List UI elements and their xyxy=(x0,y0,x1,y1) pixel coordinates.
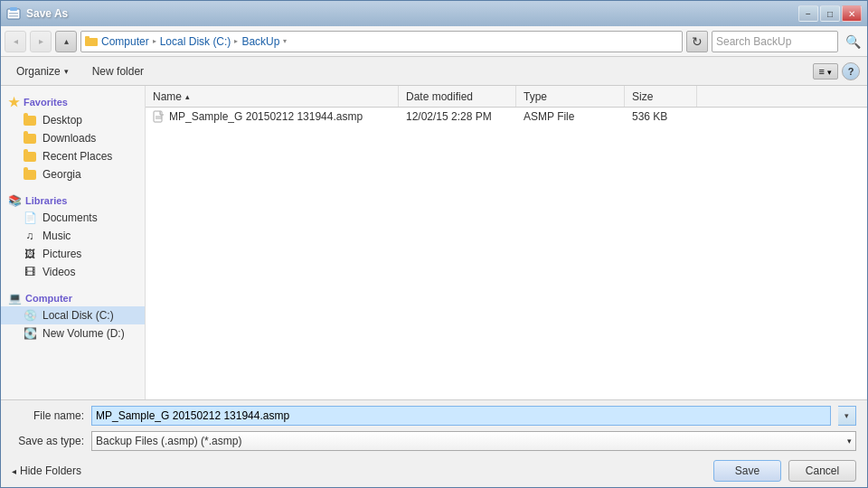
address-bar: ◂ ▸ ▴ Computer ▸ Local Disk (C:) ▸ BackU… xyxy=(1,26,867,57)
svg-rect-4 xyxy=(85,38,98,46)
file-list-pane: Name ▴ Date modified Type Size xyxy=(146,86,867,399)
action-row: ◂ Hide Folders Save Cancel xyxy=(1,456,867,487)
svg-rect-3 xyxy=(9,15,18,17)
desktop-label: Desktop xyxy=(42,114,82,127)
filename-row: File name: ▾ xyxy=(1,400,867,429)
view-arrow: ▾ xyxy=(827,68,832,77)
sidebar-item-new-volume-d[interactable]: 💽 New Volume (D:) xyxy=(1,324,145,343)
savetype-select[interactable]: Backup Files (.asmp) (*.asmp) ▾ xyxy=(91,431,856,451)
file-icon xyxy=(153,110,165,123)
dialog-icon xyxy=(6,6,21,21)
videos-icon: 🎞 xyxy=(23,266,37,278)
svg-rect-2 xyxy=(9,13,18,14)
downloads-icon xyxy=(23,132,37,145)
search-box: Search BackUp xyxy=(712,31,838,52)
organize-label: Organize xyxy=(16,65,61,78)
navigation-pane: ★ Favorites Desktop Downloads Recent Pla… xyxy=(1,86,146,399)
new-volume-d-icon: 💽 xyxy=(23,327,37,340)
favorites-section: ★ Favorites xyxy=(1,89,145,111)
georgia-label: Georgia xyxy=(42,168,81,181)
favorites-label: Favorites xyxy=(24,97,68,108)
svg-rect-5 xyxy=(85,36,90,39)
libraries-label: Libraries xyxy=(25,195,67,206)
sidebar-item-documents[interactable]: 📄 Documents xyxy=(1,209,145,227)
cancel-button[interactable]: Cancel xyxy=(788,460,856,482)
file-size-cell: 536 KB xyxy=(625,110,697,123)
minimize-button[interactable]: − xyxy=(798,5,818,22)
savetype-value: Backup Files (.asmp) (*.asmp) xyxy=(96,435,241,447)
sidebar-item-music[interactable]: ♫ Music xyxy=(1,227,145,245)
save-button[interactable]: Save xyxy=(713,460,781,482)
hide-folders-button[interactable]: ◂ Hide Folders xyxy=(12,465,81,477)
maximize-button[interactable]: □ xyxy=(820,5,840,22)
view-icon: ≡ xyxy=(819,66,825,77)
col-name-label: Name xyxy=(153,90,182,103)
sidebar-item-videos[interactable]: 🎞 Videos xyxy=(1,263,145,281)
desktop-icon xyxy=(23,114,37,127)
column-headers: Name ▴ Date modified Type Size xyxy=(146,86,867,108)
col-header-name[interactable]: Name ▴ xyxy=(146,86,399,107)
file-rows: MP_Sample_G 20150212 131944.asmp 12/02/1… xyxy=(146,108,867,399)
local-disk-c-label: Local Disk (C:) xyxy=(42,309,114,322)
georgia-icon xyxy=(23,168,37,181)
savetype-row: Save as type: Backup Files (.asmp) (*.as… xyxy=(1,429,867,456)
pictures-label: Pictures xyxy=(42,248,81,260)
music-label: Music xyxy=(42,230,71,242)
documents-icon: 📄 xyxy=(23,211,37,224)
hide-folders-label: Hide Folders xyxy=(20,465,81,477)
window-controls: − □ ✕ xyxy=(798,5,862,22)
back-button[interactable]: ◂ xyxy=(5,31,26,52)
savetype-label: Save as type: xyxy=(12,435,84,447)
title-bar: Save As − □ ✕ xyxy=(1,1,867,26)
documents-label: Documents xyxy=(42,211,98,224)
file-date-cell: 12/02/15 2:28 PM xyxy=(399,110,516,123)
forward-button[interactable]: ▸ xyxy=(30,31,52,52)
toolbar-right: ≡ ▾ ? xyxy=(813,62,860,80)
organize-button[interactable]: Organize ▾ xyxy=(8,61,77,81)
col-header-type[interactable]: Type xyxy=(516,86,625,107)
sidebar-item-downloads[interactable]: Downloads xyxy=(1,129,145,147)
recent-places-label: Recent Places xyxy=(42,150,112,163)
downloads-label: Downloads xyxy=(42,132,96,145)
bottom-area: File name: ▾ Save as type: Backup Files … xyxy=(1,399,867,487)
sidebar-item-desktop[interactable]: Desktop xyxy=(1,111,145,129)
action-buttons: Save Cancel xyxy=(713,460,856,482)
filename-dropdown-button[interactable]: ▾ xyxy=(838,406,856,426)
filename-label: File name: xyxy=(12,409,84,422)
col-header-date[interactable]: Date modified xyxy=(399,86,516,107)
organize-arrow: ▾ xyxy=(64,67,69,76)
breadcrumb-localdisk[interactable]: Local Disk (C:) xyxy=(160,35,231,48)
star-icon: ★ xyxy=(8,95,20,109)
file-name-cell: MP_Sample_G 20150212 131944.asmp xyxy=(146,110,399,123)
new-folder-button[interactable]: New folder xyxy=(84,61,152,81)
col-size-label: Size xyxy=(632,90,653,103)
file-name: MP_Sample_G 20150212 131944.asmp xyxy=(169,110,363,123)
breadcrumb-computer[interactable]: Computer xyxy=(101,35,149,48)
table-row[interactable]: MP_Sample_G 20150212 131944.asmp 12/02/1… xyxy=(146,108,867,126)
sidebar-item-recent-places[interactable]: Recent Places xyxy=(1,147,145,165)
breadcrumb-folder-icon xyxy=(85,35,98,48)
music-icon: ♫ xyxy=(23,230,37,242)
save-as-dialog: Save As − □ ✕ ◂ ▸ ▴ Computer ▸ Local Dis… xyxy=(0,0,868,488)
toolbar: Organize ▾ New folder ≡ ▾ ? xyxy=(1,57,867,86)
col-header-size[interactable]: Size xyxy=(625,86,697,107)
sidebar-item-pictures[interactable]: 🖼 Pictures xyxy=(1,245,145,263)
svg-rect-1 xyxy=(10,7,17,11)
filename-input[interactable] xyxy=(91,406,831,426)
view-button[interactable]: ≡ ▾ xyxy=(813,63,838,80)
sidebar-item-georgia[interactable]: Georgia xyxy=(1,165,145,183)
refresh-button[interactable]: ↻ xyxy=(686,31,708,52)
search-button[interactable]: 🔍 xyxy=(842,31,863,52)
sidebar-item-local-disk-c[interactable]: 💿 Local Disk (C:) xyxy=(1,306,145,324)
recent-places-icon xyxy=(23,150,37,163)
up-button[interactable]: ▴ xyxy=(55,31,77,52)
new-volume-d-label: New Volume (D:) xyxy=(42,327,125,340)
close-button[interactable]: ✕ xyxy=(842,5,862,22)
breadcrumb-backup[interactable]: BackUp xyxy=(241,35,279,48)
breadcrumb-path: Computer ▸ Local Disk (C:) ▸ BackUp ▾ xyxy=(101,35,288,48)
dialog-title: Save As xyxy=(26,7,798,20)
file-type-cell: ASMP File xyxy=(516,110,625,123)
savetype-arrow: ▾ xyxy=(847,436,852,446)
col-date-label: Date modified xyxy=(406,90,473,103)
help-button[interactable]: ? xyxy=(842,62,860,80)
